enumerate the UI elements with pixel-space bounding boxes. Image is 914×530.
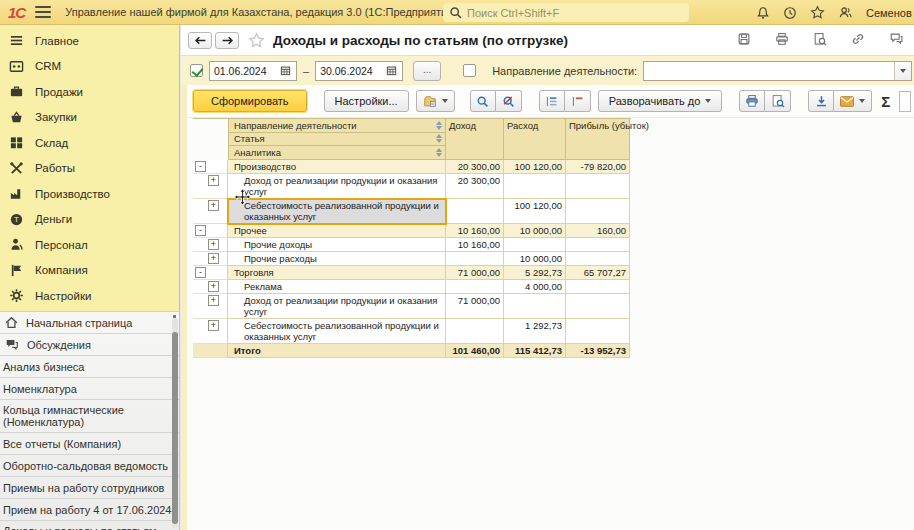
save-icon[interactable] (737, 32, 751, 46)
period-checkbox[interactable] (190, 64, 203, 77)
sort-icon[interactable] (435, 148, 442, 157)
main-menu-icon[interactable] (35, 6, 51, 18)
table-row: + Доход от реализации продукции и оказан… (193, 294, 631, 319)
collapse-expander[interactable]: - (195, 161, 206, 172)
forward-button[interactable] (215, 32, 239, 49)
expand-groups-button[interactable] (565, 90, 591, 112)
period-from-input[interactable] (210, 65, 276, 77)
window-item-active[interactable]: Доходы и расходы по статьям (по (0, 521, 179, 530)
expand-expander[interactable]: + (208, 295, 219, 306)
send-mail-button[interactable] (834, 90, 872, 112)
sidebar-item-proizvodstvo[interactable]: Производство (0, 181, 179, 207)
report-title-row: Доходы и расходы по статьям (по отгрузке… (181, 25, 914, 55)
header-direction[interactable]: Направление деятельности (229, 119, 446, 133)
table-total-row: Итого 101 460,00 115 412,73 -13 952,73 (193, 344, 631, 358)
period-to-field[interactable] (315, 61, 403, 81)
calendar-icon[interactable] (276, 62, 294, 80)
cancel-find-button[interactable] (496, 90, 522, 112)
sidebar-item-raboty[interactable]: Работы (0, 156, 179, 182)
notifications-bell-icon[interactable] (756, 6, 770, 20)
header-analytics[interactable]: Аналитика (229, 146, 446, 160)
sidebar-item-personal[interactable]: Персонал (0, 232, 179, 258)
expand-expander[interactable]: + (208, 175, 219, 186)
home-page-item[interactable]: Начальная страница (0, 312, 179, 334)
report-title: Доходы и расходы по статьям (по отгрузке… (273, 33, 568, 48)
header-expense[interactable]: Расход (504, 119, 566, 160)
period-to-input[interactable] (316, 65, 382, 77)
window-item[interactable]: Номенклатура (0, 378, 179, 400)
sidebar-item-kompaniya[interactable]: Компания (0, 258, 179, 284)
discussions-item[interactable]: Обсуждения (0, 334, 179, 356)
collapse-expander[interactable]: - (195, 225, 206, 236)
print-preview-button[interactable] (765, 90, 791, 112)
user-sessions-icon[interactable] (838, 5, 853, 20)
header-article[interactable]: Статья (229, 133, 446, 147)
top-bar: 1С Управление нашей фирмой для Казахстан… (0, 0, 914, 25)
favorite-star-icon[interactable] (248, 32, 265, 49)
warehouse-grid-icon (9, 135, 24, 150)
user-name[interactable]: Семенов Ал (866, 7, 912, 19)
sidebar-item-zakupki[interactable]: Закупки (0, 105, 179, 131)
panel-scrollbar-thumb[interactable] (172, 332, 178, 524)
expand-expander[interactable]: + (208, 253, 219, 264)
window-item[interactable]: Анализ бизнеса (0, 356, 179, 378)
window-item[interactable]: Оборотно-сальдовая ведомость (0, 455, 179, 477)
preview-icon[interactable] (813, 32, 827, 46)
combo-dropdown-button[interactable] (894, 62, 911, 80)
window-item[interactable]: Приемы на работу сотрудников (0, 477, 179, 499)
table-header: Направление деятельности Статья Аналитик… (193, 118, 631, 160)
sidebar-item-prodazhi[interactable]: Продажи (0, 79, 179, 105)
report-variants-button[interactable] (416, 90, 455, 112)
cancel-find-icon (502, 95, 515, 108)
collapse-groups-button[interactable] (539, 90, 565, 112)
period-from-field[interactable] (209, 61, 297, 81)
app-title: Управление нашей фирмой для Казахстана, … (65, 6, 457, 18)
expand-expander[interactable]: + (208, 281, 219, 292)
favorites-star-icon[interactable] (810, 5, 825, 20)
discussion-icon[interactable] (889, 32, 904, 46)
expand-to-button[interactable]: Разворачивать до (598, 90, 723, 112)
save-result-button[interactable] (808, 90, 834, 112)
header-income[interactable]: Доход (446, 119, 504, 160)
link-icon[interactable] (851, 32, 865, 46)
back-button[interactable] (188, 32, 212, 49)
print-icon[interactable] (775, 32, 789, 46)
direction-combo[interactable] (643, 61, 912, 81)
autosum-button[interactable]: Σ (881, 93, 890, 110)
window-item[interactable]: Кольца гимнастические (Номенклатура) (0, 400, 179, 433)
expand-expander[interactable]: + (208, 320, 219, 331)
form-left-margin (181, 85, 187, 530)
sidebar-item-crm[interactable]: CRM (0, 54, 179, 80)
period-more-button[interactable]: ... (413, 61, 441, 81)
sidebar-item-sklad[interactable]: Склад (0, 130, 179, 156)
header-gutter (193, 119, 228, 160)
print-button[interactable] (739, 90, 765, 112)
window-item[interactable]: Все отчеты (Компания) (0, 433, 179, 455)
table-row: + Реклама 4 000,00 (193, 280, 631, 294)
calendar-icon[interactable] (382, 62, 400, 80)
report-body: Направление деятельности Статья Аналитик… (181, 118, 914, 530)
sort-icon[interactable] (435, 121, 442, 130)
selected-cell[interactable]: Себестоимость реализованной продукции и … (228, 199, 446, 224)
collapse-expander[interactable]: - (195, 267, 206, 278)
expand-expander[interactable]: + (208, 239, 219, 250)
sidebar-item-dengi[interactable]: Т Деньги (0, 207, 179, 233)
window-item[interactable]: Прием на работу 4 от 17.06.2024 (0, 499, 179, 521)
direction-input[interactable] (644, 62, 894, 80)
generate-button[interactable]: Сформировать (193, 90, 307, 112)
header-profit[interactable]: Прибыль (убыток) (566, 119, 630, 160)
mail-icon (840, 96, 854, 107)
direction-checkbox[interactable] (463, 64, 476, 77)
expand-expander[interactable]: + (208, 200, 219, 211)
global-search-input[interactable]: Поиск Ctrl+Shift+F (443, 3, 689, 22)
sort-icon[interactable] (435, 134, 442, 143)
settings-button[interactable]: Настройки... (324, 90, 409, 112)
expand-groups-icon (571, 95, 584, 108)
sidebar-item-glavnoe[interactable]: Главное (0, 28, 179, 54)
report-variant-icon (423, 95, 437, 108)
find-button[interactable] (470, 90, 496, 112)
sidebar-item-nastroyki[interactable]: Настройки (0, 283, 179, 309)
history-clock-icon[interactable] (783, 6, 797, 20)
panel-scrollbar[interactable] (172, 318, 178, 528)
quick-filter-input[interactable] (899, 91, 911, 112)
